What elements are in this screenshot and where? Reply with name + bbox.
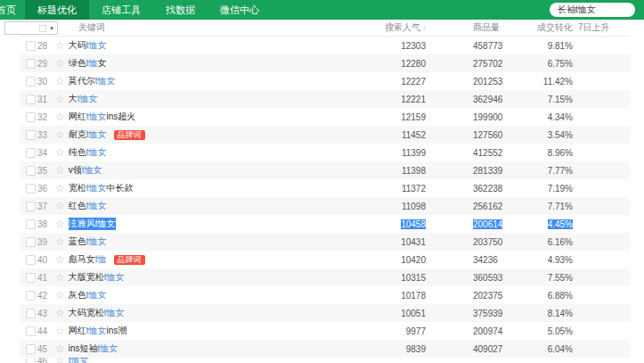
row-number: 30 <box>36 77 55 87</box>
row-checkbox[interactable] <box>26 291 36 301</box>
row-checkbox[interactable] <box>26 309 36 318</box>
favorite-star-icon[interactable]: ☆ <box>55 254 65 265</box>
keyword-link[interactable]: t恤女 <box>86 39 107 52</box>
favorite-star-icon[interactable]: ☆ <box>55 58 65 69</box>
quantity-value: 34236 <box>426 255 533 265</box>
row-number: 34 <box>36 148 55 158</box>
keyword-link[interactable]: t恤女 <box>104 271 125 284</box>
keyword-link[interactable]: t恤女 <box>95 218 116 230</box>
keyword-link[interactable]: t恤女 <box>104 307 125 319</box>
header-popularity[interactable]: 搜索人气↓ <box>346 21 426 34</box>
row-checkbox[interactable] <box>26 344 36 354</box>
keyword-link[interactable]: t恤女 <box>86 128 107 141</box>
header-rise[interactable]: 7日上升 <box>573 21 630 34</box>
popularity-value: 12280 <box>346 59 426 69</box>
favorite-star-icon[interactable]: ☆ <box>55 165 65 176</box>
keyword-text: 蓝色 <box>69 235 86 248</box>
keyword-link[interactable]: t恤女 <box>77 93 98 105</box>
favorite-star-icon[interactable]: ☆ <box>55 343 65 354</box>
keyword-link[interactable]: t恤女 <box>98 342 118 355</box>
keyword-link[interactable]: t恤女 <box>86 289 107 301</box>
favorite-star-icon[interactable]: ☆ <box>55 326 65 336</box>
filter-checkbox[interactable] <box>39 25 46 32</box>
keyword-link[interactable]: t恤女 <box>82 164 102 177</box>
quantity-value: 375939 <box>426 309 533 318</box>
row-checkbox[interactable] <box>26 184 36 194</box>
favorite-star-icon[interactable]: ☆ <box>55 94 65 104</box>
favorite-star-icon[interactable]: ☆ <box>55 308 65 318</box>
keyword-text: 彪马女 <box>69 253 95 266</box>
row-checkbox[interactable] <box>26 77 36 87</box>
quantity-value: 281339 <box>426 166 533 176</box>
nav-item-3[interactable]: 找数据 <box>153 0 208 20</box>
popularity-value: 10458 <box>346 219 426 229</box>
row-number: 33 <box>36 130 55 140</box>
conversion-value: 11.42% <box>533 77 573 87</box>
keyword-link[interactable]: t恤女 <box>86 200 107 212</box>
keyword-link[interactable]: t恤女 <box>86 235 107 248</box>
row-checkbox[interactable] <box>26 202 36 211</box>
keyword-link[interactable]: t恤女 <box>86 325 107 337</box>
favorite-star-icon[interactable]: ☆ <box>55 111 65 122</box>
row-number: 31 <box>36 95 55 104</box>
keyword-link[interactable]: t恤女 <box>86 111 107 123</box>
keyword-text: 红色 <box>69 200 86 212</box>
row-number: 42 <box>36 291 55 301</box>
conversion-value: 7.71% <box>533 202 573 211</box>
favorite-star-icon[interactable]: ☆ <box>55 236 65 247</box>
favorite-star-icon[interactable]: ☆ <box>55 183 65 194</box>
table-row: 44☆网红t恤女ins潮99772009745.05% <box>20 322 630 340</box>
table-row: 45☆ins短袖t恤女98394090276.04% <box>20 340 630 358</box>
row-number: 46 <box>36 358 55 363</box>
row-checkbox[interactable] <box>26 326 36 336</box>
nav-item-0[interactable]: 首页 <box>0 0 25 20</box>
keyword-text-suffix: 中长款 <box>107 182 134 194</box>
favorite-star-icon[interactable]: ☆ <box>55 129 65 140</box>
filter-dropdown[interactable]: ▼ <box>4 21 58 35</box>
row-checkbox[interactable] <box>26 219 36 229</box>
popularity-value: 9839 <box>346 344 426 354</box>
search-input[interactable] <box>550 3 635 17</box>
row-checkbox[interactable] <box>26 95 36 104</box>
keyword-text: ins短袖 <box>69 342 98 355</box>
keyword-link[interactable]: t恤女 <box>95 75 116 87</box>
row-checkbox[interactable] <box>26 148 36 158</box>
header-conversion[interactable]: 成交转化 <box>533 21 573 34</box>
keyword-link[interactable]: t恤女 <box>69 358 89 363</box>
favorite-star-icon[interactable]: ☆ <box>55 290 65 301</box>
keyword-link[interactable]: t恤 <box>95 253 107 266</box>
favorite-star-icon[interactable]: ☆ <box>55 147 65 158</box>
keyword-link[interactable]: t恤女 <box>86 146 107 159</box>
popularity-value: 10431 <box>346 237 426 247</box>
row-checkbox[interactable] <box>26 358 36 363</box>
keyword-link[interactable]: t恤 <box>86 57 98 70</box>
nav-item-1[interactable]: 标题优化 <box>25 0 89 20</box>
row-number: 38 <box>36 219 55 229</box>
quantity-value: 201253 <box>426 77 533 87</box>
favorite-star-icon[interactable]: ☆ <box>55 40 65 51</box>
row-checkbox[interactable] <box>26 237 36 247</box>
keyword-link[interactable]: t恤女 <box>86 182 107 194</box>
row-number: 41 <box>36 273 55 283</box>
table-row: 42☆灰色t恤女101782023756.88% <box>20 286 630 304</box>
row-checkbox[interactable] <box>26 112 36 122</box>
conversion-value: 6.16% <box>533 237 573 247</box>
row-checkbox[interactable] <box>26 273 36 283</box>
row-checkbox[interactable] <box>26 59 36 69</box>
keyword-text: 大 <box>69 93 77 105</box>
row-checkbox[interactable] <box>26 130 36 140</box>
nav-item-2[interactable]: 店铺工具 <box>89 0 153 20</box>
quantity-value: 202375 <box>426 291 533 301</box>
row-number: 32 <box>36 112 55 122</box>
favorite-star-icon[interactable]: ☆ <box>55 76 65 87</box>
row-checkbox[interactable] <box>26 166 36 176</box>
header-quantity[interactable]: 商品量 <box>426 21 533 34</box>
favorite-star-icon[interactable]: ☆ <box>55 219 65 229</box>
row-checkbox[interactable] <box>26 41 36 51</box>
nav-item-4[interactable]: 微信中心 <box>208 0 272 20</box>
table-row: 35☆v领t恤女113982813397.77% <box>20 161 630 179</box>
row-checkbox[interactable] <box>26 255 36 265</box>
favorite-star-icon[interactable]: ☆ <box>55 201 65 211</box>
favorite-star-icon[interactable]: ☆ <box>55 358 65 363</box>
favorite-star-icon[interactable]: ☆ <box>55 272 65 283</box>
